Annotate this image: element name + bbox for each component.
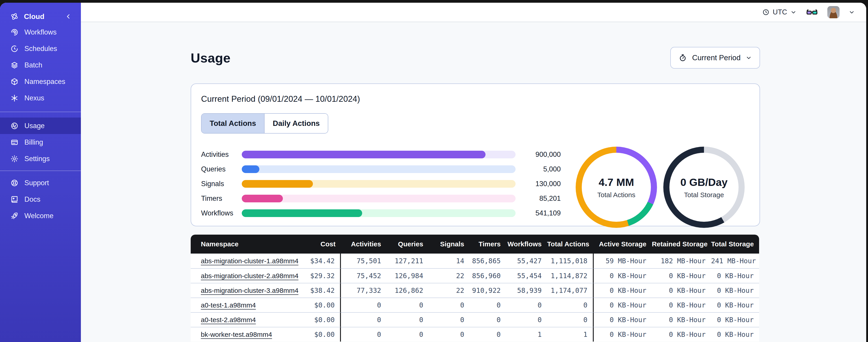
topbar: UTC bbox=[81, 3, 866, 22]
workflows-icon bbox=[10, 28, 19, 36]
sidebar-item-usage[interactable]: Usage bbox=[0, 117, 81, 134]
column-header-activities: Activities bbox=[341, 235, 386, 253]
actions-bar-chart: Activities900,000Queries5,000Signals130,… bbox=[201, 151, 561, 224]
sidebar-item-label: Namespaces bbox=[24, 78, 65, 86]
table-cell: 241 MB-Hour bbox=[711, 253, 759, 268]
table-cell: abs-migration-cluster-3.a98mm4 bbox=[191, 283, 291, 298]
bar-track bbox=[242, 195, 516, 202]
bar-value: 85,201 bbox=[525, 195, 561, 203]
table-cell: 126,984 bbox=[386, 268, 429, 283]
sidebar-item-schedules[interactable]: Schedules bbox=[0, 40, 81, 57]
namespace-link[interactable]: a0-test-1.a98mm4 bbox=[201, 301, 256, 309]
bar-label: Activities bbox=[201, 150, 242, 159]
table-row: a0-test-2.a98mm4$0.000000000 KB-Hour0 KB… bbox=[191, 312, 759, 327]
page-title: Usage bbox=[191, 50, 231, 65]
table-cell: bk-worker-test.a98mm4 bbox=[191, 327, 291, 342]
table-cell: 127,211 bbox=[386, 253, 429, 268]
column-header-retained-storage: Retained Storage bbox=[652, 235, 711, 253]
sidebar-item-docs[interactable]: Docs bbox=[0, 191, 81, 208]
table-cell: 0 KB-Hour bbox=[652, 298, 711, 312]
stopwatch-icon bbox=[678, 54, 687, 62]
glasses-icon[interactable] bbox=[806, 6, 818, 19]
table-cell: 182 MB-Hour bbox=[652, 253, 711, 268]
tab-daily-actions[interactable]: Daily Actions bbox=[265, 114, 328, 133]
timezone-selector[interactable]: UTC bbox=[762, 8, 797, 16]
sidebar-item-nexus[interactable]: Nexus bbox=[0, 90, 81, 106]
sidebar-item-billing[interactable]: Billing bbox=[0, 134, 81, 150]
sidebar-item-settings[interactable]: Settings bbox=[0, 150, 81, 167]
table-cell: 0 bbox=[547, 312, 594, 327]
table-cell: 77,332 bbox=[341, 283, 386, 298]
table-cell: 0 KB-Hour bbox=[594, 298, 652, 312]
table-cell: 0 KB-Hour bbox=[711, 298, 759, 312]
table-cell: 0 KB-Hour bbox=[711, 327, 759, 342]
table-cell: 0 bbox=[470, 312, 506, 327]
column-header-queries: Queries bbox=[386, 235, 429, 253]
sidebar-item-label: Usage bbox=[24, 122, 45, 130]
avatar[interactable] bbox=[827, 6, 840, 18]
table-cell: 126,862 bbox=[386, 283, 429, 298]
table-cell: 0 KB-Hour bbox=[652, 327, 711, 342]
sidebar-item-label: Billing bbox=[24, 138, 43, 146]
support-icon bbox=[10, 179, 19, 187]
bar-fill bbox=[242, 151, 486, 158]
chevron-left-icon[interactable] bbox=[65, 13, 72, 20]
sidebar-item-welcome[interactable]: Welcome bbox=[0, 208, 81, 224]
namespace-link[interactable]: abs-migration-cluster-1.a98mm4 bbox=[201, 257, 299, 265]
column-header-signals: Signals bbox=[429, 235, 469, 253]
namespace-link[interactable]: abs-migration-cluster-3.a98mm4 bbox=[201, 287, 299, 294]
column-header-total-storage: Total Storage bbox=[711, 235, 759, 253]
table-cell: $0.00 bbox=[291, 298, 341, 312]
usage-summary-card: Current Period (09/01/2024 — 10/01/2024)… bbox=[191, 83, 760, 226]
table-cell: 0 bbox=[386, 327, 429, 342]
namespace-link[interactable]: bk-worker-test.a98mm4 bbox=[201, 331, 272, 338]
donut-center: 0 GB/DayTotal Storage bbox=[680, 176, 728, 199]
sidebar-item-label: Support bbox=[24, 179, 49, 187]
bar-label: Signals bbox=[201, 180, 242, 188]
table-cell: 0 KB-Hour bbox=[594, 312, 652, 327]
table-cell: 0 bbox=[429, 312, 469, 327]
period-selector-button[interactable]: Current Period bbox=[670, 47, 760, 69]
sidebar-item-namespaces[interactable]: Namespaces bbox=[0, 73, 81, 90]
table-row: abs-migration-cluster-2.a98mm4$29.3275,4… bbox=[191, 268, 759, 283]
table-row: a0-test-1.a98mm4$0.000000000 KB-Hour0 KB… bbox=[191, 298, 759, 312]
table-cell: 22 bbox=[429, 283, 469, 298]
namespace-link[interactable]: abs-migration-cluster-2.a98mm4 bbox=[201, 272, 299, 279]
bar-value: 130,000 bbox=[525, 180, 561, 188]
tab-total-actions[interactable]: Total Actions bbox=[202, 114, 265, 133]
table-cell: 0 bbox=[470, 327, 506, 342]
table-cell: 59 MB-Hour bbox=[594, 253, 652, 268]
bar-label: Timers bbox=[201, 195, 242, 203]
period-selector-label: Current Period bbox=[692, 54, 741, 62]
table-cell: 0 bbox=[506, 298, 547, 312]
table-cell: 1,115,018 bbox=[547, 253, 594, 268]
column-header-namespace: Namespace bbox=[191, 235, 291, 253]
table-cell: a0-test-2.a98mm4 bbox=[191, 312, 291, 327]
table-row: abs-migration-cluster-3.a98mm4$38.4277,3… bbox=[191, 283, 759, 298]
chevron-down-icon bbox=[790, 9, 797, 15]
donut-chart-total-actions: 4.7 MMTotal Actions bbox=[576, 147, 657, 228]
table-cell: 22 bbox=[429, 268, 469, 283]
table-cell: 0 bbox=[341, 312, 386, 327]
chevron-down-icon[interactable] bbox=[848, 9, 855, 15]
namespace-link[interactable]: a0-test-2.a98mm4 bbox=[201, 316, 256, 323]
chevron-down-icon bbox=[746, 55, 752, 61]
sidebar-item-workflows[interactable]: Workflows bbox=[0, 24, 81, 40]
bar-label: Queries bbox=[201, 165, 242, 173]
content-area: Usage Current Period Current Period (09/… bbox=[81, 22, 866, 342]
temporal-logo-icon bbox=[10, 12, 19, 21]
bar-value: 541,109 bbox=[525, 209, 561, 217]
charts: Activities900,000Queries5,000Signals130,… bbox=[201, 147, 750, 228]
sidebar-item-support[interactable]: Support bbox=[0, 175, 81, 191]
bar-row-activities: Activities900,000 bbox=[201, 151, 561, 158]
sidebar-main-group: WorkflowsSchedulesBatchNamespacesNexus bbox=[0, 24, 81, 106]
table-cell: $0.00 bbox=[291, 327, 341, 342]
bar-track bbox=[242, 209, 516, 217]
usage-icon bbox=[10, 122, 19, 130]
table-cell: 0 KB-Hour bbox=[594, 283, 652, 298]
sidebar-item-batch[interactable]: Batch bbox=[0, 57, 81, 73]
table-cell: 0 bbox=[506, 312, 547, 327]
table-cell: 0 KB-Hour bbox=[711, 312, 759, 327]
sidebar-account-group: UsageBillingSettings bbox=[0, 117, 81, 167]
sidebar-logo-row[interactable]: Cloud bbox=[0, 9, 81, 24]
